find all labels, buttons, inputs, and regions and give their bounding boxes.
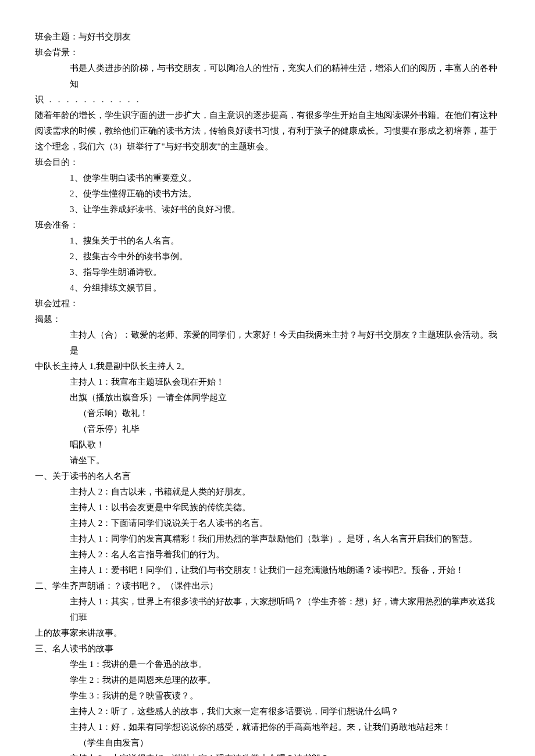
text-line: 4、分组排练文娱节目。	[35, 280, 500, 296]
text-line: 2、搜集古今中外的读书事例。	[35, 249, 500, 264]
text-line: 主持人 1：我宣布主题班队会现在开始！	[35, 374, 500, 390]
text-line: 主持人（合）：敬爱的老师、亲爱的同学们，大家好！今天由我俩来主持？与好书交朋友？…	[35, 327, 500, 359]
text-line: （音乐停）礼毕	[35, 421, 500, 437]
text-line: 出旗（播放出旗音乐）一请全体同学起立	[35, 390, 500, 406]
text-line: （音乐响）敬礼！	[35, 406, 500, 421]
text-line: 主持人 2：听了，这些感人的故事，我们大家一定有很多话要说，同学们想说什么吗？	[35, 704, 500, 719]
text-line: 中队长主持人 1,我是副中队长主持人 2。	[35, 359, 500, 374]
text-line: 主持人 2：名人名言指导着我们的行为。	[35, 547, 500, 562]
text-line: 揭题：	[35, 311, 500, 327]
document-body: 班会主题：与好书交朋友班会背景：书是人类进步的阶梯，与书交朋友，可以陶冶人的性情…	[35, 29, 500, 756]
text-line: 请坐下。	[35, 453, 500, 468]
text-line: 上的故事家来讲故事。	[35, 625, 500, 641]
text-line: 学生 3：我讲的是？映雪夜读？。	[35, 688, 500, 704]
text-line: 主持人 1：以书会友更是中华民族的传统美德。	[35, 500, 500, 515]
text-line: 学生 2：我讲的是周恩来总理的故事。	[35, 672, 500, 688]
text-line: 3、让学生养成好读书、读好书的良好习惯。	[35, 202, 500, 217]
text-line: 三、名人读书的故事	[35, 641, 500, 657]
text-line: 班会背景：	[35, 45, 500, 60]
text-line: 主持人 1：好，如果有同学想说说你的感受，就请把你的手高高地举起。来，让我们勇敢…	[35, 719, 500, 735]
text-line: 3、指导学生朗诵诗歌。	[35, 264, 500, 280]
text-line: 二、学生齐声朗诵：？读书吧？。（课件出示）	[35, 578, 500, 594]
text-line: 主持人 2：自古以来，书籍就是人类的好朋友。	[35, 484, 500, 500]
text-line: 主持人 1：其实，世界上有很多读书的好故事，大家想听吗？（学生齐答：想）好，请大…	[35, 594, 500, 625]
text-line: 主持人 1：爱书吧！同学们，让我们与书交朋友！让我们一起充满激情地朗诵？读书吧?…	[35, 562, 500, 578]
text-line: 班会准备：	[35, 217, 500, 233]
text-line: 主持人 2：大家说得真好，谢谢大家！现在请欣赏小合唱？读书郎？。	[35, 751, 500, 756]
text-line: 唱队歌！	[35, 437, 500, 453]
text-line: 2、使学生懂得正确的读书方法。	[35, 186, 500, 202]
text-line: 主持人 2：下面请同学们说说关于名人读书的名言。	[35, 515, 500, 531]
text-line: 学生 1：我讲的是一个鲁迅的故事。	[35, 657, 500, 672]
text-line: 1、使学生明白读书的重要意义。	[35, 170, 500, 186]
text-line: 班会过程：	[35, 296, 500, 311]
text-line: 识 ．．．．．．．．．．．	[35, 92, 500, 108]
text-line: 一、关于读书的名人名言	[35, 468, 500, 484]
text-line: 书是人类进步的阶梯，与书交朋友，可以陶冶人的性情，充实人们的精神生活，增添人们的…	[35, 60, 500, 92]
text-line: 班会主题：与好书交朋友	[35, 29, 500, 45]
text-line: 随着年龄的增长，学生识字面的进一步扩大，自主意识的逐步提高，有很多学生开始自主地…	[35, 108, 500, 155]
text-line: （学生自由发言）	[35, 735, 500, 751]
text-line: 班会目的：	[35, 155, 500, 170]
text-line: 1、搜集关于书的名人名言。	[35, 233, 500, 249]
text-line: 主持人 1：同学们的发言真精彩！我们用热烈的掌声鼓励他们（鼓掌）。是呀，名人名言…	[35, 531, 500, 547]
